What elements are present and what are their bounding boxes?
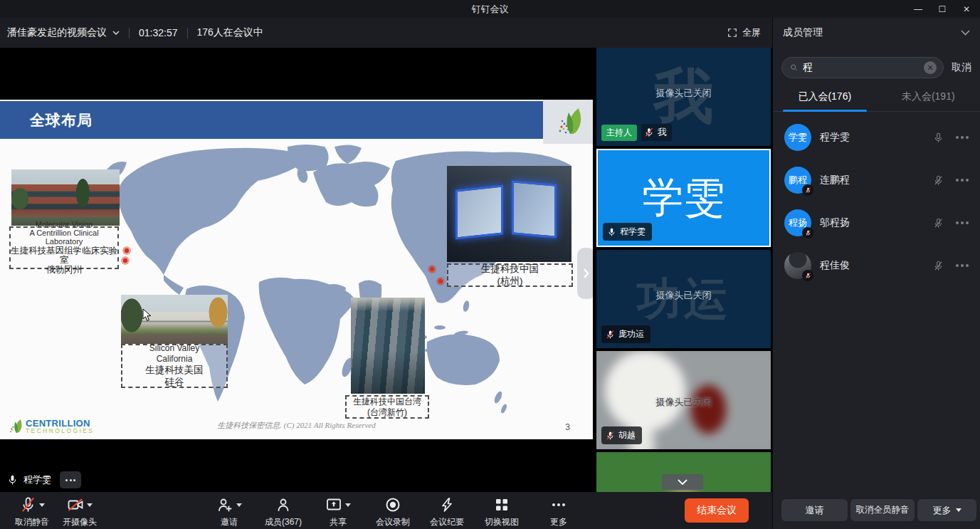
member-more-button[interactable] bbox=[956, 136, 969, 139]
panel-collapse-chevron-down-icon[interactable] bbox=[961, 30, 970, 36]
location-text: California bbox=[157, 354, 193, 365]
fullscreen-button[interactable]: 全屏 bbox=[727, 26, 761, 39]
share-screen-icon bbox=[325, 496, 342, 513]
video-tile-panggongyun[interactable]: 功运 摄像头已关闭 庞功运 bbox=[596, 250, 771, 348]
switch-view-button[interactable]: 切换视图 bbox=[470, 496, 534, 528]
mic-muted-icon bbox=[644, 127, 654, 138]
location-text: 俄勒冈州 bbox=[46, 266, 82, 276]
panel-more-button[interactable]: 更多 bbox=[917, 499, 976, 521]
person-icon bbox=[275, 496, 292, 513]
content-area: 全球布局 bbox=[0, 48, 980, 492]
member-panel-title: 成员管理 bbox=[783, 26, 823, 39]
fullscreen-icon bbox=[727, 28, 737, 38]
member-name: 程学雯 bbox=[820, 131, 924, 144]
more-button[interactable]: 更多 bbox=[527, 496, 591, 528]
meeting-timer: 01:32:57 bbox=[139, 27, 178, 38]
map-location-dot bbox=[428, 265, 436, 273]
meeting-toolbar: 取消静音 开摄像头 bbox=[0, 492, 772, 529]
taiwan-building-photo bbox=[351, 298, 425, 394]
member-name: 程佳俊 bbox=[820, 259, 924, 272]
tile-name: 胡越 bbox=[618, 429, 636, 441]
member-row[interactable]: 学雯 程学雯 bbox=[773, 116, 980, 159]
minutes-flash-icon bbox=[438, 496, 455, 513]
tab-not-joined[interactable]: 未入会(191) bbox=[877, 85, 980, 111]
member-more-button[interactable] bbox=[956, 179, 969, 182]
member-search-input[interactable] bbox=[803, 62, 919, 73]
meeting-info-bar: 潘佳豪发起的视频会议 01:32:57 176人在会议中 全屏 成员管理 bbox=[0, 18, 980, 48]
slide-title: 全球布局 bbox=[30, 110, 93, 130]
meeting-title-chevron-down-icon[interactable] bbox=[112, 31, 120, 35]
meeting-info-main: 潘佳豪发起的视频会议 01:32:57 176人在会议中 全屏 bbox=[0, 18, 772, 48]
tool-label: 开摄像头 bbox=[63, 516, 97, 528]
window-controls: — ☐ ✕ bbox=[906, 0, 979, 18]
member-row[interactable]: 鹏程 连鹏程 bbox=[773, 159, 980, 201]
tool-label: 取消静音 bbox=[15, 516, 49, 528]
video-tile-chengxuewen[interactable]: 学雯 程学雯 bbox=[596, 149, 771, 247]
minimize-icon[interactable]: — bbox=[906, 0, 930, 18]
dingtalk-meeting-window: 钉钉会议 — ☐ ✕ 潘佳豪发起的视频会议 01:32:57 176人在会议中 … bbox=[0, 0, 980, 529]
map-location-dot bbox=[436, 277, 445, 286]
camera-muted-icon bbox=[67, 496, 84, 513]
panel-invite-button[interactable]: 邀请 bbox=[781, 499, 848, 521]
leaf-logo-icon bbox=[553, 105, 583, 138]
chevron-down-icon bbox=[678, 479, 687, 485]
member-row[interactable]: 程扬 邬程扬 bbox=[773, 201, 980, 244]
window-title: 钉钉会议 bbox=[0, 3, 980, 16]
strip-scroll-down-button[interactable] bbox=[662, 474, 703, 490]
mic-muted-icon bbox=[606, 430, 615, 441]
avatar-text: 学雯 bbox=[789, 131, 807, 144]
mic-icon bbox=[607, 226, 616, 238]
mic-muted-icon[interactable] bbox=[933, 174, 944, 187]
mic-options-caret[interactable] bbox=[39, 503, 45, 507]
member-panel-footer: 邀请 取消全员静音 更多 bbox=[772, 492, 980, 529]
tool-label: 成员(367) bbox=[265, 516, 302, 528]
search-cancel-button[interactable]: 取消 bbox=[952, 61, 971, 74]
avatar: 学雯 bbox=[784, 124, 811, 151]
location-label-hangzhou: 生捷科技中国 (杭州) bbox=[447, 263, 573, 287]
collapse-strip-handle[interactable] bbox=[577, 248, 593, 299]
speaker-more-button[interactable] bbox=[60, 471, 81, 488]
member-row[interactable]: 程佳俊 bbox=[773, 244, 980, 287]
location-text: Laboratory bbox=[46, 237, 83, 246]
divider bbox=[187, 28, 188, 38]
location-text: (杭州) bbox=[497, 276, 523, 287]
member-tabs: 已入会(176) 未入会(191) bbox=[773, 85, 980, 112]
camera-options-caret[interactable] bbox=[87, 503, 93, 507]
camera-off-label: 摄像头已关闭 bbox=[596, 87, 771, 100]
maximize-icon[interactable]: ☐ bbox=[930, 0, 954, 18]
close-icon[interactable]: ✕ bbox=[954, 0, 979, 18]
tile-name-badge: 胡越 bbox=[601, 426, 642, 444]
meeting-title: 潘佳豪发起的视频会议 bbox=[7, 26, 107, 39]
mic-muted-icon[interactable] bbox=[933, 216, 944, 230]
video-tile-me[interactable]: 我 摄像头已关闭 主持人 我 bbox=[596, 48, 771, 146]
share-options-caret[interactable] bbox=[345, 503, 351, 507]
mic-muted-icon bbox=[606, 329, 615, 340]
member-name: 邬程扬 bbox=[820, 216, 924, 229]
speaker-name: 程学雯 bbox=[23, 473, 51, 486]
more-caret-icon bbox=[956, 508, 961, 512]
member-list: 学雯 程学雯 鹏程 bbox=[773, 112, 980, 492]
member-more-button[interactable] bbox=[956, 264, 969, 267]
hangzhou-exhibit-photo bbox=[447, 166, 571, 262]
panel-more-label: 更多 bbox=[933, 504, 952, 517]
mic-muted-icon[interactable] bbox=[933, 259, 944, 273]
tile-name-badge: 我 bbox=[641, 124, 672, 141]
camera-on-button[interactable]: 开摄像头 bbox=[48, 496, 112, 528]
video-tile-huyue[interactable]: 摄像头已关闭 胡越 bbox=[596, 351, 771, 449]
member-panel-header: 成员管理 bbox=[772, 18, 980, 48]
member-more-button[interactable] bbox=[956, 221, 969, 224]
mic-icon[interactable] bbox=[933, 131, 944, 145]
camera-off-label: 摄像头已关闭 bbox=[596, 396, 771, 409]
divider bbox=[129, 28, 130, 38]
tab-joined[interactable]: 已入会(176) bbox=[773, 85, 877, 111]
clear-search-icon[interactable]: ✕ bbox=[924, 61, 937, 74]
member-search-box[interactable]: ✕ bbox=[781, 57, 944, 78]
location-label-taiwan: 生捷科技中国台湾 (台湾新竹) bbox=[345, 395, 429, 419]
fullscreen-label: 全屏 bbox=[742, 26, 761, 39]
end-meeting-button[interactable]: 结束会议 bbox=[685, 498, 749, 523]
tile-name: 程学雯 bbox=[620, 226, 646, 238]
record-icon bbox=[384, 496, 401, 513]
avatar: 程扬 bbox=[784, 209, 811, 236]
invite-options-caret[interactable] bbox=[236, 503, 242, 507]
unmute-all-button[interactable]: 取消全员静音 bbox=[850, 499, 915, 521]
